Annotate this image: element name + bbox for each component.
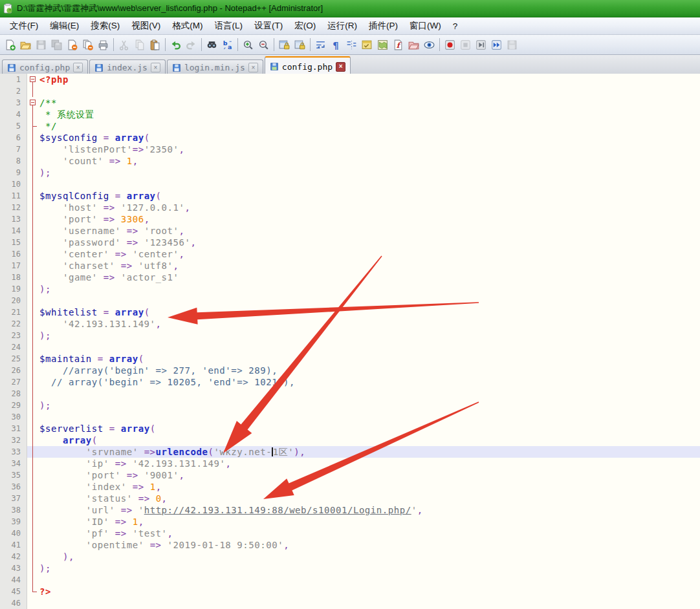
code-line[interactable]: 18 'game' => 'actor_s1' [0, 272, 700, 283]
code-line[interactable]: 38 'url' => 'http://42.193.131.149:88/we… [0, 504, 700, 516]
code-line[interactable]: 28 [0, 388, 700, 400]
macro-play-button[interactable] [474, 37, 488, 52]
document-map-button[interactable] [375, 37, 390, 52]
code-line[interactable]: 20 [0, 295, 700, 306]
code-line[interactable]: 42 ), [0, 551, 700, 562]
tab-close-icon[interactable]: × [248, 63, 258, 72]
code-editor[interactable]: 1<?php23/**4 * 系统设置5 */6$sysConfig = arr… [0, 74, 700, 609]
code-line[interactable]: 35 'port' => '9001', [0, 469, 700, 481]
code-line[interactable]: 17 'charset' => 'utf8', [0, 260, 700, 272]
code-line[interactable]: 11$mysqlConfig = array( [0, 190, 700, 202]
paste-button[interactable] [148, 37, 162, 52]
code-line[interactable]: 45?> [0, 586, 700, 597]
code-line[interactable]: 25$maintain = array( [0, 353, 700, 365]
fold-toggle-icon[interactable] [30, 100, 36, 105]
code-line[interactable]: 26 //array('begin' => 277, 'end'=> 289), [0, 365, 700, 376]
code-line[interactable]: 30 [0, 411, 700, 423]
macro-record-button[interactable] [443, 37, 457, 52]
menu-item-format[interactable]: 格式(M) [166, 18, 208, 34]
code-line[interactable]: 12 'host' => '127.0.0.1', [0, 202, 700, 213]
code-line[interactable]: 9); [0, 167, 700, 178]
sync-horizontal-scroll-button[interactable] [292, 37, 307, 52]
close-button[interactable] [65, 37, 80, 52]
code-line[interactable]: 1<?php [0, 74, 700, 85]
menu-item-settings[interactable]: 设置(T) [248, 18, 289, 34]
code-line[interactable]: 3/** [0, 97, 700, 109]
tab-close-icon[interactable]: × [73, 63, 83, 72]
code-line[interactable]: 46 [0, 597, 700, 609]
code-line[interactable]: 8 'count' => 1, [0, 155, 700, 167]
monitoring-button[interactable] [422, 37, 437, 52]
code-line[interactable]: 2 [0, 85, 700, 97]
tab-close-icon[interactable]: × [151, 63, 160, 72]
tab-login-min-js[interactable]: login.min.js × [167, 59, 263, 75]
word-wrap-button[interactable] [313, 37, 328, 52]
code-line[interactable]: 23); [0, 330, 700, 341]
code-line[interactable]: 7 'listenPort'=>'2350', [0, 144, 700, 155]
code-line[interactable]: 43); [0, 562, 700, 574]
code-line[interactable]: 37 'status' => 0, [0, 493, 700, 504]
code-line[interactable]: 16 'center' => 'center', [0, 248, 700, 260]
code-line[interactable]: 10 [0, 178, 700, 190]
menu-item-edit[interactable]: 编辑(E) [44, 18, 85, 34]
window-titlebar[interactable]: D:\雷霆神武\雷霆神武\www\web\server_list\config.… [0, 0, 700, 17]
close-all-button[interactable] [80, 37, 95, 52]
code-line[interactable]: 6$sysConfig = array( [0, 132, 700, 144]
sync-vertical-scroll-button[interactable] [277, 37, 292, 52]
menu-item-macro[interactable]: 宏(O) [289, 18, 322, 34]
fold-toggle-icon[interactable] [30, 76, 36, 82]
zoom-in-button[interactable] [241, 37, 256, 52]
code-line[interactable]: 21$whitelist = array( [0, 306, 700, 318]
code-line[interactable]: 34 'ip' => '42.193.131.149', [0, 458, 700, 469]
code-line[interactable]: 41 'opentime' => '2019-01-18 9:50:00', [0, 539, 700, 551]
open-file-button[interactable] [18, 37, 33, 52]
code-line[interactable]: 31$serverlist = array( [0, 423, 700, 434]
code-line[interactable]: 19); [0, 283, 700, 295]
replace-button[interactable]: ba [220, 37, 235, 52]
menu-item-help[interactable]: ? [447, 19, 464, 33]
menu-item-window[interactable]: 窗口(W) [404, 18, 447, 34]
zoom-out-button[interactable] [256, 37, 271, 52]
code-line[interactable]: 44 [0, 574, 700, 586]
code-line[interactable]: 4 * 系统设置 [0, 109, 700, 120]
code-line[interactable]: 29); [0, 400, 700, 411]
code-line[interactable]: 40 'pf' => 'test', [0, 528, 700, 539]
find-button[interactable] [204, 37, 219, 52]
code-text: 'port' => '9001', [38, 469, 185, 481]
code-line[interactable]: 15 'password' => '123456', [0, 237, 700, 248]
new-file-icon [4, 39, 16, 51]
find-icon [206, 39, 218, 51]
menu-item-view[interactable]: 视图(V) [126, 18, 166, 34]
fold-margin [27, 178, 38, 190]
code-line[interactable]: 5 */ [0, 120, 700, 132]
code-line[interactable]: 24 [0, 341, 700, 353]
indent-guide-button[interactable] [344, 37, 359, 52]
folder-as-workspace-button[interactable] [406, 37, 421, 52]
code-line[interactable]: 39 'ID' => 1, [0, 516, 700, 528]
menu-item-language[interactable]: 语言(L) [209, 18, 249, 34]
code-line[interactable]: 33 'srvname' =>urlencode('wkzy.net-1区'), [0, 446, 700, 458]
tab-close-icon[interactable]: × [336, 62, 345, 72]
tab-index-js[interactable]: index.js × [89, 59, 166, 75]
user-defined-language-button[interactable] [360, 37, 375, 52]
tab-config-php-1[interactable]: config.php × [2, 59, 88, 75]
code-line[interactable]: 22 '42.193.131.149', [0, 318, 700, 330]
code-line[interactable]: 32 array( [0, 434, 700, 446]
macro-run-multiple-button[interactable] [489, 37, 504, 52]
code-text: 'index' => 1, [38, 481, 162, 493]
menu-item-search[interactable]: 搜索(S) [85, 18, 126, 34]
menu-item-plugins[interactable]: 插件(P) [363, 18, 404, 34]
menu-item-run[interactable]: 运行(R) [322, 18, 363, 34]
tab-config-php-active[interactable]: config.php × [265, 56, 351, 76]
code-line[interactable]: 14 'username' => 'root', [0, 225, 700, 237]
menu-item-file[interactable]: 文件(F) [4, 18, 44, 34]
new-file-button[interactable] [3, 37, 17, 52]
code-line[interactable]: 36 'index' => 1, [0, 481, 700, 493]
code-line[interactable]: 27 // array('begin' => 10205, 'end'=> 10… [0, 376, 700, 388]
undo-button[interactable] [168, 37, 183, 52]
show-all-characters-button[interactable]: ¶ [329, 37, 344, 52]
function-list-button[interactable]: f [391, 37, 406, 52]
svg-text:b: b [223, 39, 228, 47]
code-line[interactable]: 13 'port' => 3306, [0, 213, 700, 225]
print-button[interactable] [96, 37, 111, 52]
